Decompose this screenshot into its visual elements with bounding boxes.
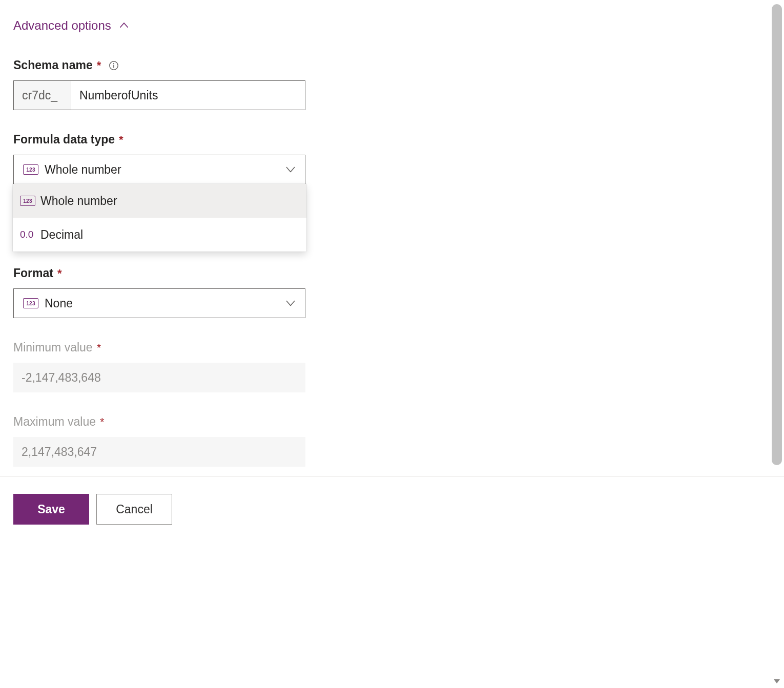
maximum-value-label-text: Maximum value bbox=[13, 415, 96, 429]
schema-name-label-text: Schema name bbox=[13, 58, 93, 72]
formula-data-type-selected: Whole number bbox=[45, 163, 283, 177]
footer-divider bbox=[0, 476, 784, 477]
schema-name-label: Schema name * bbox=[13, 58, 771, 72]
svg-point-1 bbox=[113, 62, 114, 64]
format-select[interactable]: 123 None bbox=[13, 288, 305, 318]
schema-prefix: cr7dc_ bbox=[14, 81, 71, 110]
maximum-value-input: 2,147,483,647 bbox=[13, 437, 305, 467]
scrollbar-thumb[interactable] bbox=[772, 4, 782, 465]
required-asterisk: * bbox=[118, 133, 123, 147]
minimum-value-label: Minimum value * bbox=[13, 341, 771, 355]
whole-number-icon: 123 bbox=[20, 196, 40, 206]
format-label-text: Format bbox=[13, 266, 53, 280]
schema-name-field: Schema name * cr7dc_ bbox=[13, 58, 771, 110]
option-decimal-label: Decimal bbox=[40, 228, 83, 242]
format-field: Format * 123 None bbox=[13, 266, 771, 318]
format-selected: None bbox=[45, 297, 283, 310]
chevron-up-icon bbox=[118, 20, 130, 31]
minimum-value-input: -2,147,483,648 bbox=[13, 363, 305, 392]
schema-name-input[interactable] bbox=[71, 81, 305, 110]
maximum-value-text: 2,147,483,647 bbox=[22, 445, 97, 459]
svg-rect-2 bbox=[113, 65, 114, 68]
scrollbar-down-arrow[interactable] bbox=[772, 677, 782, 685]
maximum-value-label: Maximum value * bbox=[13, 415, 771, 429]
required-asterisk: * bbox=[56, 267, 62, 280]
option-whole-number[interactable]: 123 Whole number bbox=[13, 184, 306, 218]
scrollbar[interactable] bbox=[772, 0, 782, 688]
minimum-value-field: Minimum value * -2,147,483,648 bbox=[13, 341, 771, 392]
option-decimal[interactable]: 0.0 Decimal bbox=[13, 218, 306, 252]
whole-number-icon: 123 bbox=[23, 164, 42, 175]
formula-data-type-field: Formula data type * 123 Whole number 123… bbox=[13, 133, 771, 184]
formula-data-type-dropdown: 123 Whole number 0.0 Decimal bbox=[13, 184, 306, 252]
save-button[interactable]: Save bbox=[13, 494, 89, 525]
footer-actions: Save Cancel bbox=[13, 494, 172, 525]
formula-data-type-select[interactable]: 123 Whole number 123 Whole number 0.0 bbox=[13, 155, 305, 184]
format-label: Format * bbox=[13, 266, 771, 280]
schema-name-input-wrap: cr7dc_ bbox=[13, 80, 305, 110]
required-asterisk: * bbox=[96, 59, 101, 72]
advanced-options-label: Advanced options bbox=[13, 18, 111, 33]
required-asterisk: * bbox=[96, 341, 101, 355]
chevron-down-icon bbox=[283, 162, 298, 177]
advanced-options-toggle[interactable]: Advanced options bbox=[13, 14, 771, 33]
cancel-button[interactable]: Cancel bbox=[96, 494, 172, 525]
whole-number-icon: 123 bbox=[23, 298, 42, 308]
required-asterisk: * bbox=[99, 415, 105, 429]
chevron-down-icon bbox=[283, 296, 298, 310]
decimal-icon: 0.0 bbox=[20, 229, 40, 240]
option-whole-number-label: Whole number bbox=[40, 194, 117, 208]
info-icon[interactable] bbox=[108, 60, 119, 71]
maximum-value-field: Maximum value * 2,147,483,647 bbox=[13, 415, 771, 467]
formula-data-type-label: Formula data type * bbox=[13, 133, 771, 147]
formula-data-type-label-text: Formula data type bbox=[13, 133, 115, 147]
minimum-value-text: -2,147,483,648 bbox=[22, 371, 101, 385]
minimum-value-label-text: Minimum value bbox=[13, 341, 93, 355]
